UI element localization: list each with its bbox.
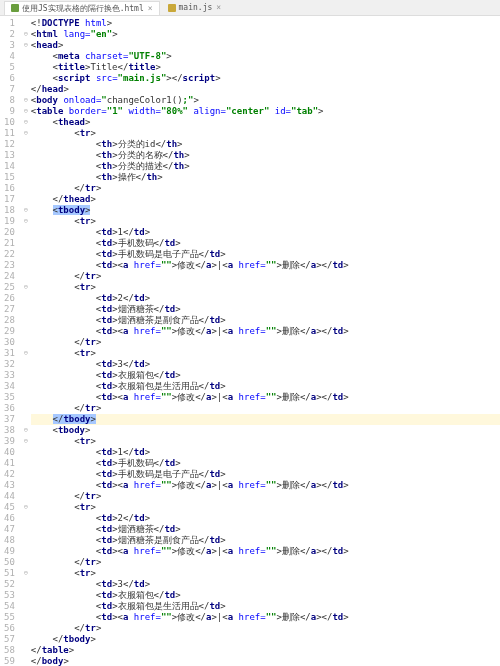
code-line[interactable]: <td>1</td>	[31, 227, 500, 238]
tab-1[interactable]: main.js×	[162, 2, 228, 13]
fold-marker	[21, 84, 31, 95]
code-line[interactable]: <td>1</td>	[31, 447, 500, 458]
code-line[interactable]: </tbody>	[31, 634, 500, 645]
code-line[interactable]: <meta charset="UTF-8">	[31, 51, 500, 62]
code-line[interactable]: <tr>	[31, 436, 500, 447]
line-number: 48	[4, 535, 15, 546]
tab-0[interactable]: 使用JS实现表格的隔行换色.html×	[4, 1, 160, 15]
code-line[interactable]: <td>手机数码是电子产品</td>	[31, 469, 500, 480]
code-line[interactable]: <td>烟酒糖茶</td>	[31, 524, 500, 535]
fold-marker[interactable]: ⊖	[21, 436, 31, 447]
line-number: 51	[4, 568, 15, 579]
code-line[interactable]: <head>	[31, 40, 500, 51]
code-line[interactable]: <body onload="changeColor1();">	[31, 95, 500, 106]
fold-marker	[21, 238, 31, 249]
code-line[interactable]: <td>3</td>	[31, 359, 500, 370]
line-number: 22	[4, 249, 15, 260]
fold-marker[interactable]: ⊖	[21, 568, 31, 579]
code-line[interactable]: <td>衣服箱包是生活用品</td>	[31, 381, 500, 392]
code-line[interactable]: </tr>	[31, 491, 500, 502]
code-line[interactable]: <tr>	[31, 568, 500, 579]
code-line[interactable]: <td><a href="">修改</a>|<a href="">删除</a><…	[31, 392, 500, 403]
code-line[interactable]: </head>	[31, 84, 500, 95]
code-line[interactable]: <td><a href="">修改</a>|<a href="">删除</a><…	[31, 326, 500, 337]
code-line[interactable]: </tr>	[31, 271, 500, 282]
code-line[interactable]: </tr>	[31, 623, 500, 634]
code-line[interactable]: <tbody>	[31, 205, 500, 216]
code-line[interactable]: <td>衣服箱包</td>	[31, 590, 500, 601]
code-line[interactable]: <td>烟酒糖茶是副食产品</td>	[31, 315, 500, 326]
fold-marker[interactable]: ⊖	[21, 205, 31, 216]
fold-marker[interactable]: ⊖	[21, 502, 31, 513]
code-line[interactable]: <td><a href="">修改</a>|<a href="">删除</a><…	[31, 260, 500, 271]
code-line[interactable]: </body>	[31, 656, 500, 666]
code-line[interactable]: </tr>	[31, 337, 500, 348]
code-line[interactable]: </tr>	[31, 557, 500, 568]
fold-marker	[21, 447, 31, 458]
code-line[interactable]: <table border="1" width="80%" align="cen…	[31, 106, 500, 117]
fold-marker[interactable]: ⊖	[21, 282, 31, 293]
fold-marker	[21, 326, 31, 337]
fold-marker[interactable]: ⊖	[21, 425, 31, 436]
line-number: 31	[4, 348, 15, 359]
code-area[interactable]: <!DOCTYPE html><html lang="en"><head> <m…	[31, 16, 500, 666]
code-line[interactable]: <td>手机数码</td>	[31, 458, 500, 469]
code-line[interactable]: <th>分类的名称</th>	[31, 150, 500, 161]
code-line[interactable]: <html lang="en">	[31, 29, 500, 40]
code-line[interactable]: <tr>	[31, 502, 500, 513]
code-line[interactable]: <td>3</td>	[31, 579, 500, 590]
fold-marker[interactable]: ⊖	[21, 117, 31, 128]
fold-marker[interactable]: ⊖	[21, 106, 31, 117]
close-icon[interactable]: ×	[148, 4, 153, 13]
code-line[interactable]: <td>2</td>	[31, 513, 500, 524]
line-number: 54	[4, 601, 15, 612]
fold-marker	[21, 172, 31, 183]
fold-marker[interactable]: ⊖	[21, 128, 31, 139]
fold-marker[interactable]: ⊖	[21, 348, 31, 359]
line-number: 6	[4, 73, 15, 84]
fold-marker	[21, 260, 31, 271]
code-line[interactable]: <td>2</td>	[31, 293, 500, 304]
code-line[interactable]: <td>烟酒糖茶</td>	[31, 304, 500, 315]
code-line[interactable]: <!DOCTYPE html>	[31, 18, 500, 29]
code-editor[interactable]: 1234567891011121314151617181920212223242…	[0, 16, 500, 666]
fold-marker[interactable]: ⊖	[21, 29, 31, 40]
code-line[interactable]: </tr>	[31, 183, 500, 194]
line-number: 10	[4, 117, 15, 128]
fold-marker	[21, 18, 31, 29]
code-line[interactable]: <td>烟酒糖茶是副食产品</td>	[31, 535, 500, 546]
code-line[interactable]: <tbody>	[31, 425, 500, 436]
code-line[interactable]: <td><a href="">修改</a>|<a href="">删除</a><…	[31, 480, 500, 491]
code-line[interactable]: <th>分类的id</th>	[31, 139, 500, 150]
code-line[interactable]: </tbody>	[31, 414, 500, 425]
fold-marker	[21, 524, 31, 535]
code-line[interactable]: <td><a href="">修改</a>|<a href="">删除</a><…	[31, 612, 500, 623]
line-number: 29	[4, 326, 15, 337]
code-line[interactable]: <td>手机数码是电子产品</td>	[31, 249, 500, 260]
code-line[interactable]: <tr>	[31, 348, 500, 359]
fold-marker	[21, 469, 31, 480]
code-line[interactable]: <td>手机数码</td>	[31, 238, 500, 249]
close-icon[interactable]: ×	[216, 3, 221, 12]
code-line[interactable]: <title>Title</title>	[31, 62, 500, 73]
fold-marker[interactable]: ⊖	[21, 95, 31, 106]
code-line[interactable]: <td><a href="">修改</a>|<a href="">删除</a><…	[31, 546, 500, 557]
code-line[interactable]: </table>	[31, 645, 500, 656]
fold-marker[interactable]: ⊖	[21, 216, 31, 227]
code-line[interactable]: </thead>	[31, 194, 500, 205]
code-line[interactable]: <tr>	[31, 128, 500, 139]
fold-marker	[21, 590, 31, 601]
code-line[interactable]: <tr>	[31, 282, 500, 293]
code-line[interactable]: <thead>	[31, 117, 500, 128]
code-line[interactable]: <th>操作</th>	[31, 172, 500, 183]
code-line[interactable]: <td>衣服箱包是生活用品</td>	[31, 601, 500, 612]
code-line[interactable]: </tr>	[31, 403, 500, 414]
code-line[interactable]: <tr>	[31, 216, 500, 227]
line-number: 40	[4, 447, 15, 458]
line-number: 33	[4, 370, 15, 381]
code-line[interactable]: <script src="main.js"></script>	[31, 73, 500, 84]
code-line[interactable]: <td>衣服箱包</td>	[31, 370, 500, 381]
line-number: 39	[4, 436, 15, 447]
fold-marker[interactable]: ⊖	[21, 40, 31, 51]
code-line[interactable]: <th>分类的描述</th>	[31, 161, 500, 172]
